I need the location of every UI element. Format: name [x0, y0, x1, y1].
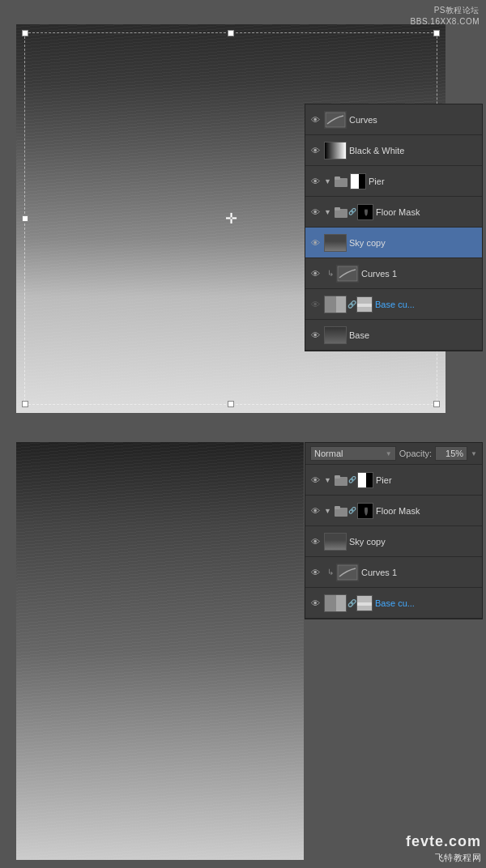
layer-label-floormask-top: Floor Mask	[376, 207, 479, 217]
opacity-input[interactable]: 15%	[435, 446, 467, 461]
chain-pier-bot: 🔗	[350, 474, 355, 486]
chain-basecu-bot: 🔗	[349, 598, 354, 609]
curves-thumb-top	[324, 111, 347, 129]
visibility-icon-floormask-bot[interactable]: 👁	[309, 504, 322, 517]
canvas-image-bottom	[16, 442, 304, 860]
indent-curves1-top: ↳	[327, 269, 334, 278]
chain-icon-floormask-top: 🔗	[350, 206, 355, 218]
layer-row-skycopy-bot[interactable]: 👁 Sky copy	[305, 526, 482, 557]
folder-icon-pier-bot	[335, 474, 347, 486]
opacity-dropdown-arrow: ▼	[471, 450, 477, 457]
sky-thumb-bot	[324, 533, 347, 551]
visibility-icon-curves1-top[interactable]: 👁	[309, 267, 322, 280]
svg-rect-21	[336, 595, 347, 612]
layer-row-bw-top[interactable]: 👁 Black & White	[305, 135, 482, 166]
layer-row-basecu-top[interactable]: 👁 🔗 Base cu...	[305, 289, 482, 320]
svg-rect-10	[336, 296, 347, 313]
basecu-thumb-bot	[324, 594, 347, 612]
watermark-line1: PS教程论坛	[411, 5, 480, 16]
crosshair-icon: ✛	[223, 211, 239, 227]
svg-rect-1	[326, 113, 345, 127]
blend-opacity-row: Normal ▼ Opacity: 15% ▼	[305, 443, 482, 465]
visibility-icon-skycopy-top[interactable]: 👁	[309, 236, 322, 249]
rain-overlay-bottom	[16, 442, 304, 860]
blend-mode-select[interactable]: Normal ▼	[310, 446, 396, 461]
opacity-value: 15%	[446, 449, 463, 458]
layer-label-skycopy-bot: Sky copy	[349, 537, 479, 547]
layer-row-base-top[interactable]: 👁 Base	[305, 320, 482, 351]
expand-arrow-pier-bot[interactable]: ▼	[324, 476, 332, 484]
layer-label-curves1-top: Curves 1	[361, 269, 479, 279]
expand-arrow-floormask-bot[interactable]: ▼	[324, 507, 332, 515]
expand-arrow-pier-top[interactable]: ▼	[324, 177, 332, 185]
blend-mode-value: Normal	[314, 449, 343, 458]
folder-icon-floormask-top	[335, 206, 347, 218]
layers-panel-bottom: Normal ▼ Opacity: 15% ▼ 👁 ▼ 🔗 Pier	[305, 442, 483, 619]
visibility-icon-basecu-bot[interactable]: 👁	[309, 597, 322, 610]
folder-icon-floormask-bot	[335, 505, 347, 517]
layer-row-pier-top[interactable]: 👁 ▼ Pier	[305, 166, 482, 197]
layer-row-floormask-bot[interactable]: 👁 ▼ 🔗 Floor Mask	[305, 496, 482, 526]
watermark-site2: 飞特教程网	[406, 852, 481, 863]
layer-row-pier-bot[interactable]: 👁 ▼ 🔗 Pier	[305, 465, 482, 496]
curves1-thumb-top	[336, 265, 359, 283]
visibility-icon-curves-top[interactable]: 👁	[309, 113, 322, 126]
folder-icon-pier-top	[335, 176, 347, 187]
canvas-bottom	[16, 442, 304, 860]
svg-rect-8	[338, 266, 357, 281]
bw-thumb	[324, 142, 347, 160]
layer-row-basecu-bot[interactable]: 👁 🔗 Base cu...	[305, 588, 482, 619]
svg-rect-19	[338, 565, 357, 580]
chain-floormask-bot: 🔗	[350, 505, 355, 517]
watermark-bottom: fevte.com 飞特教程网	[406, 832, 481, 863]
layer-label-curves-top: Curves	[349, 115, 479, 125]
svg-rect-3	[335, 177, 340, 180]
layer-label-base-top: Base	[349, 330, 479, 340]
expand-arrow-floormask-top[interactable]: ▼	[324, 208, 332, 216]
svg-rect-5	[335, 207, 340, 211]
layer-label-pier-bot: Pier	[376, 475, 479, 485]
layer-label-skycopy-top: Sky copy	[349, 238, 479, 248]
basecu-thumb-top	[324, 296, 347, 313]
visibility-icon-pier-top[interactable]: 👁	[309, 175, 322, 188]
layer-label-pier-top: Pier	[369, 177, 479, 186]
visibility-icon-pier-bot[interactable]: 👁	[309, 474, 322, 487]
layer-label-curves1-bot: Curves 1	[361, 568, 479, 577]
layer-row-floormask-top[interactable]: 👁 ▼ 🔗 Floor Mask	[305, 197, 482, 228]
visibility-icon-bw-top[interactable]: 👁	[309, 144, 322, 157]
svg-rect-12	[357, 304, 373, 307]
svg-rect-23	[357, 602, 373, 606]
blend-dropdown-arrow: ▼	[386, 450, 392, 457]
section-bottom: Normal ▼ Opacity: 15% ▼ 👁 ▼ 🔗 Pier	[0, 434, 486, 868]
layer-row-curves-top[interactable]: 👁 Curves	[305, 104, 482, 135]
visibility-icon-skycopy-bot[interactable]: 👁	[309, 535, 322, 548]
visibility-icon-floormask-top[interactable]: 👁	[309, 206, 322, 219]
layers-panel-top: 👁 Curves 👁 Black & White 👁 ▼	[305, 104, 483, 351]
watermark-site1: fevte.com	[406, 832, 481, 851]
svg-rect-14	[335, 475, 340, 479]
sky-thumb-top	[324, 234, 347, 252]
opacity-label: Opacity:	[399, 449, 432, 458]
layer-label-bw-top: Black & White	[349, 146, 479, 155]
visibility-icon-basecu-top[interactable]: 👁	[309, 298, 322, 311]
curves1-thumb-bot	[336, 564, 359, 581]
mask-thumb-floormask-top	[358, 205, 373, 220]
visibility-icon-base-top[interactable]: 👁	[309, 329, 322, 342]
visibility-icon-curves1-bot[interactable]: 👁	[309, 566, 322, 579]
layer-row-curves1-top[interactable]: 👁 ↳ Curves 1	[305, 258, 482, 289]
layer-row-curves1-bot[interactable]: 👁 ↳ Curves 1	[305, 557, 482, 588]
layer-label-basecu-top[interactable]: Base cu...	[375, 300, 479, 309]
indent-curves1-bot: ↳	[327, 568, 334, 577]
base-thumb-top	[324, 326, 347, 344]
svg-rect-16	[335, 506, 340, 509]
section-top: PS教程论坛 BBS.16XX8.COM ✛ 👁	[0, 0, 486, 434]
chain-basecu-top: 🔗	[349, 299, 354, 310]
layer-label-basecu-bot[interactable]: Base cu...	[375, 598, 479, 608]
layer-row-skycopy-top[interactable]: 👁 Sky copy	[305, 228, 482, 258]
layer-label-floormask-bot: Floor Mask	[376, 506, 479, 516]
